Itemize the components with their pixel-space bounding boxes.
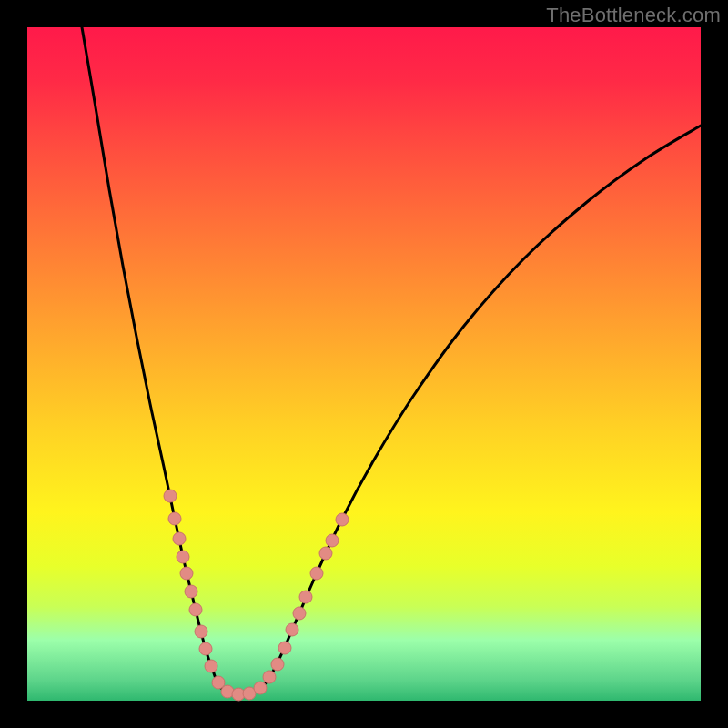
curve-marker bbox=[310, 567, 323, 580]
curve-marker bbox=[271, 658, 284, 671]
curve-marker bbox=[173, 532, 186, 545]
curve-marker bbox=[195, 625, 207, 638]
curve-marker bbox=[278, 642, 291, 654]
curve-marker bbox=[286, 623, 298, 636]
curve-marker bbox=[177, 551, 189, 563]
watermark-text: TheBottleneck.com bbox=[546, 4, 721, 27]
curve-marker bbox=[299, 591, 312, 603]
curve-marker bbox=[189, 603, 202, 616]
curve-markers bbox=[164, 490, 349, 701]
curve-marker bbox=[199, 642, 212, 655]
plot-area bbox=[27, 27, 701, 701]
curve-marker bbox=[254, 682, 267, 694]
curve-marker bbox=[205, 660, 217, 672]
curve-marker bbox=[180, 567, 193, 580]
curve-marker bbox=[319, 547, 332, 560]
chart-frame: TheBottleneck.com bbox=[0, 0, 728, 728]
curve-marker bbox=[164, 490, 177, 502]
bottleneck-curve bbox=[82, 27, 701, 694]
curve-marker bbox=[263, 671, 276, 683]
curve-marker bbox=[185, 585, 197, 598]
curve-marker bbox=[336, 513, 349, 526]
curve-marker bbox=[293, 607, 306, 620]
curve-marker bbox=[168, 512, 181, 525]
curve-svg bbox=[27, 27, 701, 701]
curve-marker bbox=[326, 534, 339, 547]
